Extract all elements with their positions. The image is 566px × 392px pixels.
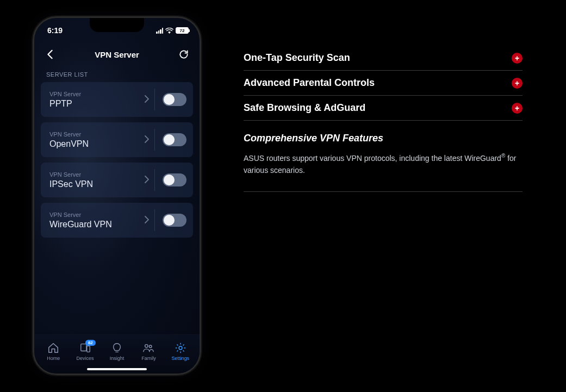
tab-home[interactable]: Home xyxy=(38,342,69,361)
phone-mockup-container: 6:19 72 xyxy=(0,0,234,392)
app-header: VPN Server xyxy=(34,40,200,66)
accordion-title: One-Tap Security Scan xyxy=(244,52,350,64)
server-card-wireguard[interactable]: VPN Server WireGuard VPN xyxy=(41,203,193,238)
toggle-pptp[interactable] xyxy=(163,93,186,106)
chevron-right-icon xyxy=(139,95,154,104)
expanded-body: ASUS routers support various VPN protoco… xyxy=(244,152,523,176)
body-pre: ASUS routers support various VPN protoco… xyxy=(244,154,501,163)
home-indicator[interactable] xyxy=(87,368,147,370)
accordion-item-security-scan[interactable]: One-Tap Security Scan + xyxy=(244,46,523,71)
server-info: VPN Server WireGuard VPN xyxy=(49,211,139,229)
expanded-title: Comprehensive VPN Features xyxy=(244,133,523,144)
accordion-item-vpn-expanded: Comprehensive VPN Features ASUS routers … xyxy=(244,121,523,192)
chevron-right-icon xyxy=(139,216,154,225)
accordion-item-parental-controls[interactable]: Advanced Parental Controls + xyxy=(244,71,523,96)
status-right: 72 xyxy=(156,27,189,34)
server-info: VPN Server IPSec VPN xyxy=(49,171,139,189)
server-sub-label: VPN Server xyxy=(49,211,139,218)
svg-rect-1 xyxy=(86,346,90,352)
server-sub-label: VPN Server xyxy=(49,91,139,97)
accordion-title: Safe Browsing & AdGuard xyxy=(244,102,365,114)
tab-label: Family xyxy=(141,356,156,361)
server-info: VPN Server OpenVPN xyxy=(49,131,139,149)
server-name: IPSec VPN xyxy=(49,179,139,189)
server-card-openvpn[interactable]: VPN Server OpenVPN xyxy=(41,122,193,157)
divider xyxy=(154,209,155,231)
plus-icon: + xyxy=(515,104,519,112)
chevron-right-icon xyxy=(139,176,154,185)
tab-badge: 82 xyxy=(85,340,96,346)
tab-family[interactable]: Family xyxy=(133,342,164,361)
feature-accordion-panel: One-Tap Security Scan + Advanced Parenta… xyxy=(234,0,566,392)
divider xyxy=(154,169,155,191)
back-button[interactable] xyxy=(44,48,56,60)
svg-point-2 xyxy=(145,345,148,348)
battery-level: 72 xyxy=(180,28,185,33)
section-label: SERVER LIST xyxy=(34,66,200,82)
tab-label: Devices xyxy=(77,356,94,361)
server-name: OpenVPN xyxy=(49,139,139,149)
server-list: VPN Server PPTP VPN Server OpenVPN xyxy=(34,82,200,238)
tab-label: Home xyxy=(47,356,60,361)
expand-button[interactable]: + xyxy=(512,103,523,114)
gear-icon xyxy=(175,342,186,354)
status-time: 6:19 xyxy=(47,26,63,35)
divider xyxy=(154,129,155,151)
accordion-item-safe-browsing[interactable]: Safe Browsing & AdGuard + xyxy=(244,96,523,121)
toggle-openvpn[interactable] xyxy=(163,133,186,146)
plus-icon: + xyxy=(515,79,519,87)
server-name: PPTP xyxy=(49,99,139,109)
server-sub-label: VPN Server xyxy=(49,171,139,178)
tab-label: Insight xyxy=(110,356,125,361)
svg-point-3 xyxy=(150,345,152,348)
phone-notch xyxy=(90,18,144,32)
tab-devices[interactable]: 82 Devices xyxy=(69,342,101,361)
phone-frame: 6:19 72 xyxy=(33,16,201,375)
toggle-wireguard[interactable] xyxy=(163,214,186,227)
cellular-signal-icon xyxy=(156,28,163,34)
toggle-ipsec[interactable] xyxy=(163,173,186,186)
accordion-title: Advanced Parental Controls xyxy=(244,77,375,89)
family-icon xyxy=(142,342,154,354)
refresh-button[interactable] xyxy=(178,48,190,60)
server-card-pptp[interactable]: VPN Server PPTP xyxy=(41,82,193,117)
bulb-icon xyxy=(111,342,123,354)
tab-insight[interactable]: Insight xyxy=(101,342,133,361)
battery-icon: 72 xyxy=(176,27,189,34)
svg-rect-0 xyxy=(80,344,86,351)
chevron-right-icon xyxy=(139,135,154,145)
wifi-icon xyxy=(165,28,173,34)
expand-button[interactable]: + xyxy=(512,78,523,89)
divider xyxy=(154,89,155,110)
server-sub-label: VPN Server xyxy=(49,131,139,138)
plus-icon: + xyxy=(515,54,519,62)
server-card-ipsec[interactable]: VPN Server IPSec VPN xyxy=(41,163,193,197)
server-name: WireGuard VPN xyxy=(49,220,139,229)
svg-point-4 xyxy=(179,346,182,350)
expand-button[interactable]: + xyxy=(512,53,523,64)
server-info: VPN Server PPTP xyxy=(49,91,139,109)
tab-label: Settings xyxy=(172,356,190,361)
home-icon xyxy=(47,342,59,354)
page-title: VPN Server xyxy=(95,50,139,59)
tab-settings[interactable]: Settings xyxy=(165,342,196,361)
